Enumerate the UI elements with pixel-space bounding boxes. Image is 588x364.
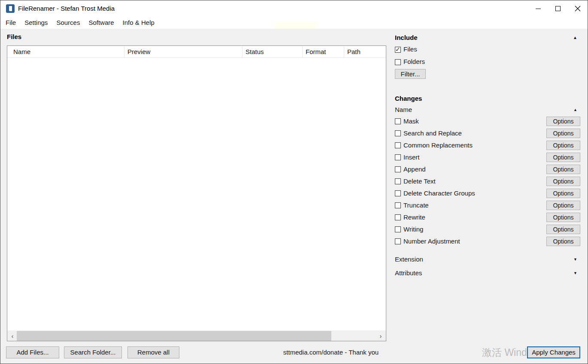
search-and-replace-options-button[interactable]: Options <box>546 129 580 138</box>
change-row-insert: Insert Options <box>395 151 581 163</box>
append-options-button[interactable]: Options <box>546 165 580 174</box>
include-title: Include <box>395 34 418 41</box>
change-row-mask: Mask Options <box>395 115 581 127</box>
common-replacements-options-button[interactable]: Options <box>546 141 580 150</box>
mask-label: Mask <box>403 117 419 125</box>
folders-checkbox[interactable] <box>395 59 401 65</box>
menu-info-help[interactable]: Info & Help <box>118 17 159 29</box>
minimize-icon <box>536 9 541 9</box>
attributes-group-expand-icon[interactable]: ▼ <box>573 268 577 278</box>
menu-sources[interactable]: Sources <box>52 17 84 29</box>
files-table-body[interactable] <box>7 58 386 331</box>
number-adjustment-options-button[interactable]: Options <box>546 237 580 246</box>
delete-text-options-button[interactable]: Options <box>546 177 580 186</box>
insert-label: Insert <box>403 153 420 161</box>
writing-label: Writing <box>403 226 423 233</box>
attributes-group-label: Attributes <box>395 269 422 277</box>
delete-text-label: Delete Text <box>403 177 436 185</box>
change-row-number-adjustment: Number Adjustment Options <box>395 235 581 247</box>
change-row-common-replacements: Common Replacements Options <box>395 139 581 151</box>
menu-bar: File Settings Sources Software Info & He… <box>0 17 588 29</box>
app-window: FileRenamer - Stefan Trost Media File Se… <box>0 0 588 364</box>
column-header-path[interactable]: Path <box>344 46 386 58</box>
delete-character-groups-label: Delete Character Groups <box>403 190 475 197</box>
change-row-rewrite: Rewrite Options <box>395 211 581 223</box>
number-adjustment-label: Number Adjustment <box>403 238 460 245</box>
extension-group-label: Extension <box>395 256 423 263</box>
changes-section-header: Changes <box>395 94 581 103</box>
donate-link-text[interactable]: sttmedia.com/donate - Thank you <box>258 346 404 358</box>
truncate-checkbox[interactable] <box>395 202 401 208</box>
column-header-name[interactable]: Name <box>7 46 124 58</box>
rewrite-options-button[interactable]: Options <box>546 213 580 222</box>
files-table: Name Preview Status Format Path ‹ › <box>7 45 386 341</box>
maximize-button[interactable] <box>548 0 568 17</box>
close-icon <box>575 6 581 12</box>
change-row-delete-text: Delete Text Options <box>395 175 581 187</box>
change-row-writing: Writing Options <box>395 223 581 235</box>
scrollbar-thumb[interactable] <box>17 331 331 341</box>
add-files-button[interactable]: Add Files... <box>6 346 59 358</box>
delete-character-groups-checkbox[interactable] <box>395 190 401 196</box>
scroll-right-arrow-icon[interactable]: › <box>376 331 386 341</box>
number-adjustment-checkbox[interactable] <box>395 238 401 244</box>
files-section-title: Files <box>7 33 21 40</box>
scroll-left-arrow-icon[interactable]: ‹ <box>7 331 18 341</box>
changes-title: Changes <box>395 95 422 102</box>
change-row-delete-character-groups: Delete Character Groups Options <box>395 187 581 199</box>
settings-panel: Include ▲ ✓Files Folders Filter... Chang… <box>395 29 581 364</box>
append-checkbox[interactable] <box>395 166 401 172</box>
writing-options-button[interactable]: Options <box>546 225 580 234</box>
include-files-row: ✓Files <box>395 45 581 54</box>
column-header-format[interactable]: Format <box>303 46 344 58</box>
writing-checkbox[interactable] <box>395 226 401 232</box>
change-row-search-replace: Search and Replace Options <box>395 127 581 139</box>
include-section-header[interactable]: Include ▲ <box>395 33 581 42</box>
files-checkbox-label: Files <box>403 45 417 53</box>
menu-file[interactable]: File <box>1 17 20 29</box>
search-folder-button[interactable]: Search Folder... <box>64 346 122 358</box>
truncate-label: Truncate <box>403 202 429 209</box>
insert-options-button[interactable]: Options <box>546 153 580 162</box>
changes-attributes-group-header[interactable]: Attributes ▼ <box>395 268 581 278</box>
rewrite-checkbox[interactable] <box>395 214 401 220</box>
include-folders-row: Folders <box>395 57 581 66</box>
folders-checkbox-label: Folders <box>403 58 425 65</box>
menu-settings[interactable]: Settings <box>20 17 52 29</box>
delete-text-checkbox[interactable] <box>395 178 401 184</box>
change-row-truncate: Truncate Options <box>395 199 581 211</box>
mask-options-button[interactable]: Options <box>546 117 580 126</box>
name-group-collapse-icon[interactable]: ▲ <box>573 105 577 114</box>
name-group-label: Name <box>395 106 412 113</box>
apply-changes-button[interactable]: Apply Changes <box>527 346 580 358</box>
extension-group-expand-icon[interactable]: ▼ <box>573 255 577 264</box>
menu-software[interactable]: Software <box>84 17 118 29</box>
common-replacements-checkbox[interactable] <box>395 142 401 148</box>
files-checkbox[interactable]: ✓ <box>395 47 401 53</box>
window-title: FileRenamer - Stefan Trost Media <box>18 0 115 17</box>
app-icon <box>6 4 15 13</box>
minimize-button[interactable] <box>528 0 548 17</box>
column-header-preview[interactable]: Preview <box>124 46 242 58</box>
include-collapse-icon[interactable]: ▲ <box>573 33 577 42</box>
remove-all-button[interactable]: Remove all <box>127 346 179 358</box>
main-content: Files Name Preview Status Format Path ‹ … <box>0 29 588 364</box>
files-table-header: Name Preview Status Format Path <box>7 46 386 58</box>
horizontal-scrollbar[interactable]: ‹ › <box>7 331 386 341</box>
checkmark-icon: ✓ <box>395 46 400 53</box>
window-controls <box>528 0 588 17</box>
changes-extension-group-header[interactable]: Extension ▼ <box>395 255 581 264</box>
changes-name-group-header[interactable]: Name ▲ <box>395 105 581 114</box>
change-row-append: Append Options <box>395 163 581 175</box>
delete-character-groups-options-button[interactable]: Options <box>546 189 580 198</box>
common-replacements-label: Common Replacements <box>403 141 473 149</box>
close-button[interactable] <box>568 0 588 17</box>
insert-checkbox[interactable] <box>395 154 401 160</box>
column-header-status[interactable]: Status <box>242 46 303 58</box>
filter-button[interactable]: Filter... <box>395 69 426 79</box>
truncate-options-button[interactable]: Options <box>546 201 580 210</box>
title-bar: FileRenamer - Stefan Trost Media <box>0 0 588 17</box>
mask-checkbox[interactable] <box>395 118 401 124</box>
search-and-replace-checkbox[interactable] <box>395 130 401 136</box>
maximize-icon <box>555 6 561 11</box>
